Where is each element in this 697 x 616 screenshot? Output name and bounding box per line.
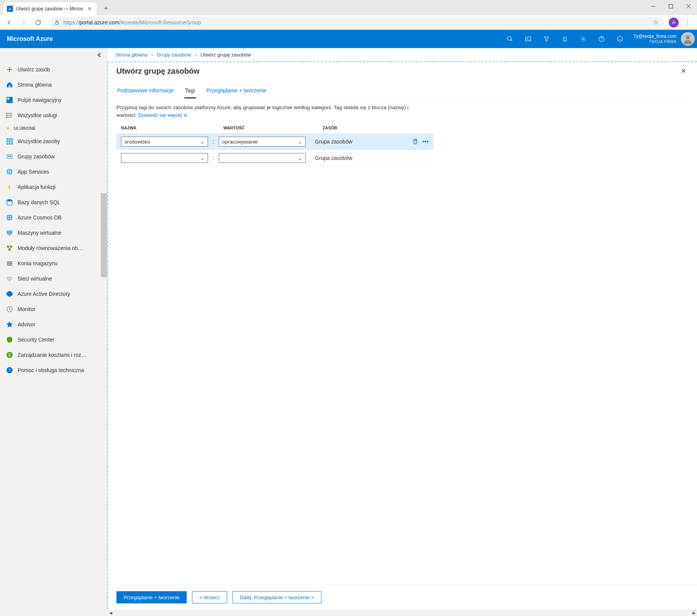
notification-icon[interactable] [556,30,574,48]
svg-point-19 [6,117,7,118]
delete-icon[interactable] [412,139,418,145]
blade-close-button[interactable]: ✕ [678,65,689,77]
service-icon [6,229,13,236]
sidebar-item-label: Bazy danych SQL [18,199,60,205]
sidebar-item-9[interactable]: Sieci wirtualne [0,271,107,286]
window-close-button[interactable] [679,0,697,12]
bookmark-icon[interactable]: ☆ [653,18,659,27]
service-icon: SQL [6,199,13,206]
sidebar-item-8[interactable]: Konta magazynu [0,256,107,271]
learn-more-link[interactable]: Dowiedz się więcej ⧉ [138,112,187,118]
tag-resource: Grupa zasobów [306,139,412,145]
service-icon [6,153,13,160]
azure-brand[interactable]: Microsoft Azure [7,35,53,42]
sidebar-item-13[interactable]: Security Center [0,332,107,347]
svg-point-46 [9,280,10,281]
sidebar-item-0[interactable]: Wszystkie zasoby [0,134,107,149]
breadcrumb-home[interactable]: Strona główna [116,52,147,58]
service-icon [6,275,13,282]
sidebar: Utwórz zasób Strona główna Pulpit nawiga… [0,48,107,610]
feedback-icon[interactable] [611,30,629,48]
browser-menu-icon[interactable]: ⋮ [681,18,694,27]
sidebar-item-3[interactable]: Aplikacja funkcji [0,179,107,195]
svg-rect-20 [6,138,8,140]
sidebar-item-1[interactable]: Grupy zasobów [0,149,107,164]
scroll-right-icon[interactable]: ▸ [691,610,697,616]
svg-rect-38 [7,231,12,234]
service-icon [6,138,13,145]
svg-rect-24 [9,140,11,142]
back-button[interactable] [3,16,15,29]
sidebar-collapse-button[interactable] [0,48,107,62]
svg-rect-7 [526,37,531,41]
header-name: NAZWA [121,126,213,130]
sidebar-item-label: Advisor [18,321,35,327]
horizontal-scrollbar[interactable]: ◂ ▸ [0,610,697,616]
sidebar-scrollbar[interactable] [101,193,107,610]
tag-value-dropdown[interactable]: ⌄ [219,153,306,163]
sidebar-item-4[interactable]: SQLBazy danych SQL [0,195,107,210]
svg-rect-29 [7,155,12,158]
sidebar-item-15[interactable]: ?Pomoc i obsługa techniczna [0,363,107,378]
account-info[interactable]: Ty@twoja_firma.com TWOJA FIRMA [629,34,681,45]
sidebar-item-10[interactable]: Azure Active Directory [0,286,107,302]
new-tab-button[interactable]: + [100,3,111,14]
sidebar-home[interactable]: Strona główna [0,77,107,92]
help-icon[interactable] [592,30,611,48]
sidebar-item-6[interactable]: Maszyny wirtualne [0,225,107,240]
cloud-shell-icon[interactable] [519,30,537,48]
svg-point-18 [6,115,7,116]
sidebar-item-label: Moduły równoważenia ob… [18,245,83,251]
search-icon[interactable] [501,30,519,48]
tab-review[interactable]: Przeglądanie + tworzenie [206,84,268,98]
tag-name-dropdown[interactable]: środowisko⌄ [121,137,208,147]
more-icon[interactable]: ••• [422,138,429,145]
tab-close-icon[interactable]: × [86,5,93,12]
account-org: TWOJA FIRMA [634,39,676,44]
sidebar-item-5[interactable]: Azure Cosmos DB [0,210,107,225]
sidebar-all-services[interactable]: Wszystkie usługi [0,108,107,123]
sidebar-item-14[interactable]: $Zarządzanie kosztami i roz… [0,347,107,363]
list-icon [6,112,13,119]
back-button[interactable]: < Wstecz [192,591,227,603]
service-icon [6,321,13,328]
azure-topbar: Microsoft Azure Ty@twoja_firma.com TWOJA… [0,30,697,48]
svg-rect-30 [8,156,9,157]
minimize-button[interactable] [644,0,662,12]
sidebar-item-label: Wszystkie zasoby [18,138,60,144]
tab-basics[interactable]: Podstawowe informacje [116,84,174,98]
tag-name-dropdown[interactable]: ⌄ [121,153,208,163]
filter-icon[interactable] [537,30,556,48]
service-icon [6,336,13,343]
breadcrumb-groups[interactable]: Grupy zasobów [157,52,191,58]
svg-rect-4 [55,22,58,24]
sidebar-dashboard[interactable]: Pulpit nawigacyjny [0,92,107,108]
sidebar-item-11[interactable]: Monitor [0,302,107,317]
svg-rect-31 [10,156,11,157]
service-icon [6,168,13,175]
sidebar-item-7[interactable]: Moduły równoważenia ob… [0,240,107,256]
forward-button[interactable] [18,16,30,29]
profile-avatar[interactable]: A [669,18,679,27]
settings-icon[interactable] [574,30,592,48]
browser-tab[interactable]: Utwórz grupę zasobów — Micros × [3,2,97,15]
maximize-button[interactable] [662,0,679,12]
sidebar-create-resource[interactable]: Utwórz zasób [0,62,107,77]
next-button[interactable]: Dalej: Przeglądanie + tworzenie > [232,591,321,603]
sidebar-item-12[interactable]: Advisor [0,317,107,332]
account-avatar-icon[interactable] [681,32,695,46]
home-icon [6,81,13,88]
sidebar-item-label: Azure Active Directory [18,291,70,297]
url-input[interactable]: https://portal.azure.com/#create/Microso… [49,17,664,28]
svg-rect-27 [9,143,11,145]
tag-value-dropdown[interactable]: opracowywanie⌄ [219,137,306,147]
scroll-left-icon[interactable]: ◂ [107,610,114,616]
sidebar-item-2[interactable]: App Services [0,164,107,179]
reload-button[interactable] [32,16,44,29]
service-icon: ? [6,367,13,374]
chevron-down-icon: ⌄ [298,155,302,161]
sidebar-item-label: Sieci wirtualne [18,276,52,282]
svg-rect-23 [6,140,8,142]
tab-tags[interactable]: Tagi [184,84,196,98]
review-create-button[interactable]: Przeglądanie + tworzenie [116,591,187,603]
